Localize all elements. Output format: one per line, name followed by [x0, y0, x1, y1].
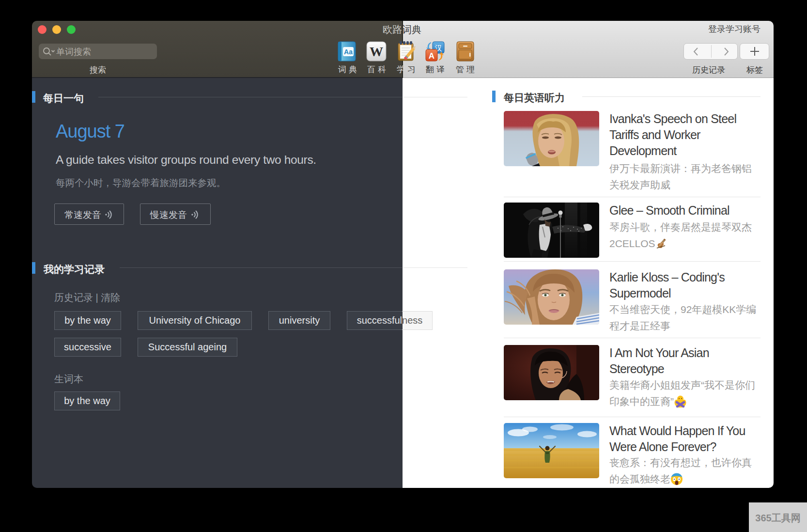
- svg-text:A: A: [429, 51, 435, 61]
- svg-text:W: W: [370, 44, 383, 59]
- svg-text:Aa: Aa: [344, 48, 353, 56]
